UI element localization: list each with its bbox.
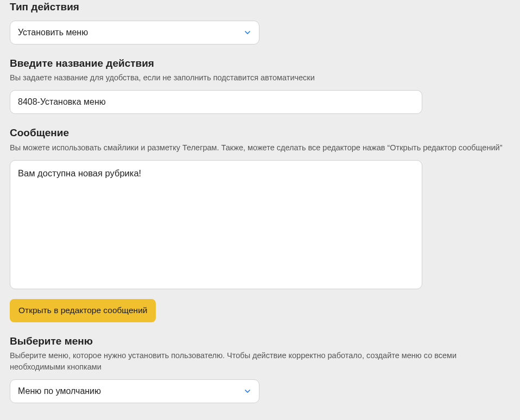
- message-group: Сообщение Вы можете использовать смайлик…: [10, 126, 510, 322]
- message-label: Сообщение: [10, 126, 510, 140]
- menu-select-label: Выберите меню: [10, 334, 510, 348]
- menu-selected-value: Меню по умолчанию: [18, 386, 101, 396]
- menu-select-help: Выберите меню, которое нужно установить …: [10, 350, 510, 373]
- menu-select[interactable]: Меню по умолчанию: [10, 379, 259, 403]
- action-name-group: Введите название действия Вы задаете наз…: [10, 56, 510, 114]
- menu-select-wrapper: Меню по умолчанию: [10, 379, 259, 403]
- action-type-group: Тип действия Установить меню: [10, 0, 510, 44]
- action-type-label: Тип действия: [10, 0, 510, 14]
- open-editor-button[interactable]: Открыть в редакторе сообщений: [10, 299, 156, 322]
- message-help: Вы можете использовать смайлики и размет…: [10, 142, 510, 154]
- action-name-input[interactable]: [10, 90, 422, 114]
- message-textarea[interactable]: [10, 160, 422, 289]
- menu-select-group: Выберите меню Выберите меню, которое нуж…: [10, 334, 510, 404]
- action-type-selected-value: Установить меню: [18, 28, 88, 37]
- action-name-help: Вы задаете название для удобства, если н…: [10, 72, 510, 84]
- action-name-label: Введите название действия: [10, 56, 510, 71]
- action-type-select[interactable]: Установить меню: [10, 21, 259, 44]
- action-type-select-wrapper: Установить меню: [10, 21, 259, 44]
